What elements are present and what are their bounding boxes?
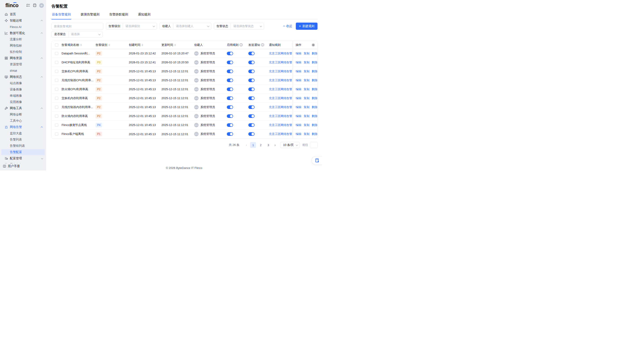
help-clipboard-icon[interactable]: ? bbox=[33, 3, 37, 7]
row-checkbox[interactable] bbox=[55, 52, 58, 55]
enable-rule-toggle[interactable] bbox=[227, 61, 233, 64]
select-all-checkbox[interactable] bbox=[55, 43, 58, 46]
copy-link[interactable]: 复制 bbox=[304, 132, 310, 136]
enable-rule-toggle[interactable] bbox=[227, 105, 233, 109]
sidebar-item-network-diagnosis[interactable]: 网络诊断 bbox=[0, 111, 46, 118]
sidebar-item-network-tools[interactable]: 网络工具 bbox=[0, 105, 46, 111]
filter-select-1[interactable]: 创建人请选择创建人 bbox=[160, 23, 212, 29]
edit-link[interactable]: 编辑 bbox=[296, 132, 302, 136]
notify-rule-link[interactable]: 北京工区网络告警 bbox=[269, 123, 292, 127]
copy-link[interactable]: 复制 bbox=[304, 105, 310, 109]
copy-link[interactable]: 复制 bbox=[304, 123, 310, 127]
sidebar-item-alert-list[interactable]: 告警列表 bbox=[0, 136, 46, 143]
sidebar-item-alert-group-list[interactable]: 告警组列表 bbox=[0, 143, 46, 149]
user-avatar[interactable]: w bbox=[39, 3, 44, 8]
page-number-2[interactable]: 2 bbox=[258, 142, 264, 148]
send-notify-toggle[interactable] bbox=[248, 105, 254, 109]
edit-link[interactable]: 编辑 bbox=[296, 51, 302, 55]
sidebar-item-config-mgmt[interactable]: 配置管理 bbox=[0, 155, 46, 162]
notify-rule-link[interactable]: 北京工区网络告警 bbox=[269, 69, 292, 73]
send-notify-toggle[interactable] bbox=[248, 132, 254, 136]
sidebar-item-ipam[interactable]: IPAM bbox=[0, 67, 46, 74]
info-icon[interactable]: i bbox=[240, 43, 242, 46]
enable-rule-toggle[interactable] bbox=[227, 70, 233, 73]
edit-link[interactable]: 编辑 bbox=[296, 87, 302, 91]
collapse-filters-link[interactable]: 收起 bbox=[283, 24, 292, 28]
delete-link[interactable]: 删除 bbox=[312, 105, 318, 109]
prev-page-button[interactable]: ‹ bbox=[244, 142, 249, 148]
page-size-select[interactable]: 10 条/页 bbox=[280, 142, 300, 148]
notify-rule-link[interactable]: 北京工区网络告警 bbox=[269, 114, 292, 118]
sidebar-item-network-status[interactable]: 网络状态 bbox=[0, 74, 46, 80]
sidebar-item-app-profile[interactable]: 应用画像 bbox=[0, 99, 46, 105]
send-notify-toggle[interactable] bbox=[248, 70, 254, 73]
row-checkbox[interactable] bbox=[55, 97, 58, 100]
tab-1[interactable]: 拨测告警规则 bbox=[80, 12, 100, 19]
edit-link[interactable]: 编辑 bbox=[296, 123, 302, 127]
aggregate-select[interactable]: 是否聚合 请选择 bbox=[52, 31, 102, 37]
notify-rule-link[interactable]: 北京工区网络告警 bbox=[269, 105, 292, 109]
row-checkbox[interactable] bbox=[55, 79, 58, 82]
delete-link[interactable]: 删除 bbox=[312, 123, 318, 127]
delete-link[interactable]: 删除 bbox=[312, 87, 318, 91]
copy-link[interactable]: 复制 bbox=[304, 114, 310, 118]
row-checkbox[interactable] bbox=[55, 132, 58, 136]
edit-link[interactable]: 编辑 bbox=[296, 105, 302, 109]
page-number-3[interactable]: 3 bbox=[265, 142, 271, 148]
sidebar-item-tool-center[interactable]: 工具中心 bbox=[0, 118, 46, 124]
row-checkbox[interactable] bbox=[55, 106, 58, 109]
table-settings-gear-icon[interactable] bbox=[312, 43, 315, 47]
tab-0[interactable]: 设备告警规则 bbox=[52, 12, 71, 19]
copy-link[interactable]: 复制 bbox=[304, 51, 310, 55]
delete-link[interactable]: 删除 bbox=[312, 60, 318, 64]
enable-rule-toggle[interactable] bbox=[227, 114, 233, 118]
floating-help-widget[interactable]: ? bbox=[312, 156, 322, 165]
send-notify-toggle[interactable] bbox=[248, 78, 254, 82]
send-notify-toggle[interactable] bbox=[248, 52, 254, 55]
tab-3[interactable]: 通知规则 bbox=[138, 12, 151, 19]
sort-icon[interactable] bbox=[174, 44, 176, 46]
tab-2[interactable]: 告警静默规则 bbox=[109, 12, 128, 19]
edit-link[interactable]: 编辑 bbox=[296, 69, 302, 73]
enable-rule-toggle[interactable] bbox=[227, 78, 233, 82]
info-icon[interactable]: i bbox=[261, 43, 264, 46]
sidebar-item-site-profile[interactable]: 站点画像 bbox=[0, 80, 46, 86]
sidebar-item-network-alert[interactable]: 网络告警 bbox=[0, 124, 46, 130]
row-checkbox[interactable] bbox=[55, 123, 58, 127]
sidebar-item-flinco-ai[interactable]: Flinco AI bbox=[0, 24, 46, 30]
sidebar-item-terminal-profile[interactable]: 终端画像 bbox=[0, 93, 46, 99]
notify-rule-link[interactable]: 北京工区网络告警 bbox=[269, 132, 292, 136]
send-notify-toggle[interactable] bbox=[248, 96, 254, 100]
copy-link[interactable]: 复制 bbox=[304, 87, 310, 91]
sidebar-item-topology-draw[interactable]: 拓扑绘制 bbox=[0, 49, 46, 55]
row-checkbox[interactable] bbox=[55, 88, 58, 91]
edit-link[interactable]: 编辑 bbox=[296, 114, 302, 118]
edit-link[interactable]: 编辑 bbox=[296, 60, 302, 64]
delete-link[interactable]: 删除 bbox=[312, 69, 318, 73]
copy-link[interactable]: 复制 bbox=[304, 69, 310, 73]
sidebar-item-home[interactable]: 首页 bbox=[0, 11, 46, 17]
search-input[interactable] bbox=[52, 23, 104, 29]
copy-link[interactable]: 复制 bbox=[304, 96, 310, 100]
row-checkbox[interactable] bbox=[55, 70, 58, 73]
send-notify-toggle[interactable] bbox=[248, 87, 254, 91]
sidebar-item-network-metrics[interactable]: 网络指标 bbox=[0, 42, 46, 49]
edit-link[interactable]: 编辑 bbox=[296, 78, 302, 82]
page-number-1[interactable]: 1 bbox=[250, 142, 256, 148]
sidebar-item-resource-mgmt[interactable]: 资源管理 bbox=[0, 61, 46, 67]
notify-rule-link[interactable]: 北京工区网络告警 bbox=[269, 87, 292, 91]
notify-rule-link[interactable]: 北京工区网络告警 bbox=[269, 60, 292, 64]
next-page-button[interactable]: › bbox=[272, 142, 278, 148]
sort-icon[interactable] bbox=[108, 44, 110, 46]
sort-icon[interactable] bbox=[80, 44, 82, 46]
row-checkbox[interactable] bbox=[55, 61, 58, 64]
notify-rule-link[interactable]: 北京工区网络告警 bbox=[269, 78, 292, 82]
sidebar-item-network-resources[interactable]: 网络资源 bbox=[0, 55, 46, 61]
sidebar-item-log-center[interactable]: 日志中心 bbox=[0, 162, 46, 163]
sidebar-item-data-viz[interactable]: 数据可视化 bbox=[0, 30, 46, 36]
send-notify-toggle[interactable] bbox=[248, 61, 254, 64]
enable-rule-toggle[interactable] bbox=[227, 87, 233, 91]
enable-rule-toggle[interactable] bbox=[227, 96, 233, 100]
sidebar-item-device-profile[interactable]: 设备画像 bbox=[0, 86, 46, 93]
sidebar-item-traffic-analysis[interactable]: 流量分析 bbox=[0, 36, 46, 42]
